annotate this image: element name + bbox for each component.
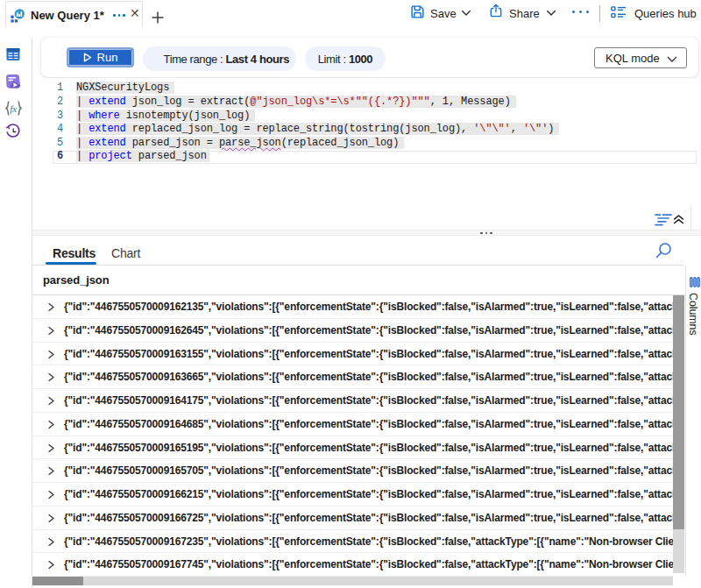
svg-text:fx: fx — [10, 103, 17, 114]
